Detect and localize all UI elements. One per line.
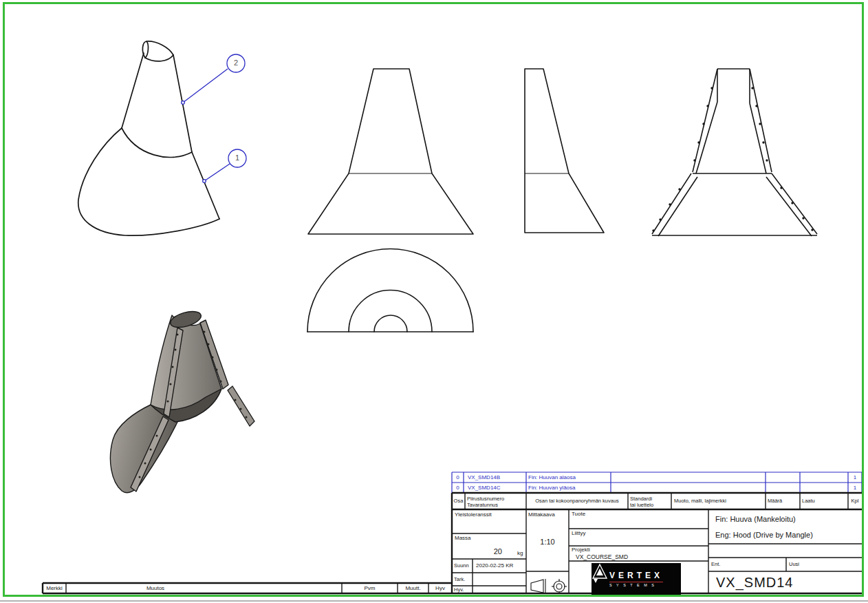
label-projekti: Projekti — [572, 547, 590, 553]
parts-row-2-description: Fin: Huuvan yläosa — [528, 483, 575, 493]
vertex-logo-icon — [592, 563, 608, 584]
view-top[interactable] — [307, 249, 473, 332]
vertex-logo-sub: S Y S T E M S — [609, 583, 656, 587]
value-projekti: VX_COURSE_SMD — [576, 554, 628, 560]
label-suunn: Suunn — [454, 559, 469, 573]
part-name-eng: Eng: Hood (Drive by Mangle) — [715, 531, 813, 539]
view-shaded-3d[interactable] — [110, 308, 254, 493]
label-ent: Ent. — [711, 559, 720, 570]
revision-pvm: Pvm — [342, 583, 398, 593]
parts-row-2-number: VX_SMD14C — [468, 483, 501, 493]
view-front[interactable] — [308, 69, 473, 234]
label-hyv: Hyv. — [454, 586, 464, 593]
label-tuote: Tuote — [572, 511, 585, 517]
parts-row-1-description: Fin: Huuvan alaosa — [528, 472, 576, 483]
parts-row-1-osa: 0 — [452, 472, 464, 483]
label-uusi: Uusi — [789, 559, 799, 570]
drawing-sheet: 2 1 0 VX_SMD14B Fin: Huuvan alaosa 1 0 V… — [0, 0, 868, 603]
projection-symbol-icon — [531, 579, 567, 594]
vertex-logo-brand: VERTEX — [609, 571, 663, 580]
part-name-fin: Fin: Huuva (Mankeloitu) — [715, 516, 796, 523]
label-massa: Massa — [455, 536, 471, 541]
drawing-canvas[interactable] — [0, 0, 868, 603]
balloon-1-label[interactable]: 1 — [228, 154, 246, 162]
header-maara: Määrä — [768, 493, 782, 509]
label-tark: Tark. — [454, 573, 465, 586]
label-yleistoleranssit: Yleistoleranssit — [455, 512, 492, 518]
label-mittakaava: Mittakaava — [528, 512, 555, 518]
unit-massa: kg — [517, 551, 523, 556]
view-side[interactable] — [525, 69, 604, 233]
header-muoto: Muoto, malli, lajimerkki — [674, 493, 726, 509]
bottom-window-edge — [0, 600, 868, 602]
parts-row-2-osa: 0 — [452, 483, 464, 493]
vertex-logo-rule — [609, 582, 663, 582]
revision-muutos: Muutos — [66, 583, 245, 593]
rivet-dots — [652, 87, 813, 231]
header-kuvaus: Osan tai kokoonpanoryhmän kuvaus — [526, 493, 628, 509]
view-isometric[interactable] — [78, 41, 219, 235]
revision-merkki: Merkki — [43, 583, 66, 593]
header-laatu: Laatu — [802, 493, 815, 509]
parts-row-1-kpl: 1 — [848, 472, 862, 483]
value-mittakaava: 1:10 — [526, 538, 569, 546]
header-tai-luettelo: tai luettelo — [630, 502, 653, 509]
parts-row-2-kpl: 1 — [848, 483, 862, 493]
drawing-number: VX_SMD14 — [716, 575, 794, 589]
revision-hyv: Hyv — [428, 583, 452, 593]
header-tavaratunnus: Tavaratunnus — [467, 502, 498, 509]
header-osa: Osa — [452, 493, 465, 509]
parts-row-1-number: VX_SMD14B — [468, 472, 500, 483]
balloon-2-label[interactable]: 2 — [227, 59, 245, 67]
value-massa: 20 — [478, 548, 502, 556]
label-liittyy: Liittyy — [572, 531, 585, 536]
value-suunn: 2020-02-25 KR — [476, 559, 513, 573]
view-back-flanges[interactable] — [652, 69, 817, 236]
vertex-logo: VERTEX S Y S T E M S — [592, 563, 681, 595]
header-kpl: Kpl — [848, 493, 862, 509]
revision-muutt: Muutt. — [398, 583, 428, 593]
parts-table-grid — [452, 472, 862, 493]
